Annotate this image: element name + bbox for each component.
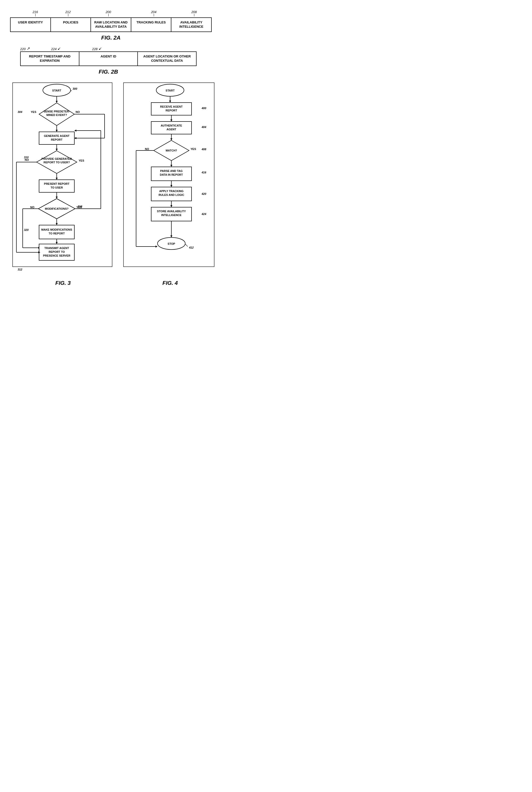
box-report-timestamp: REPORT TIMESTAMP AND EXPIRATION (21, 52, 79, 65)
fig4-apply2: RULES AND LOGIC (158, 193, 184, 196)
fig4-apply1: APPLY TRACKING (159, 190, 184, 193)
fig4-receive1: RECEIVE AGENT (160, 105, 183, 108)
fig4-stop: STOP (168, 242, 175, 245)
fig4-ref408: 408 (201, 148, 206, 151)
fig3-makemod2: TO REPORT (49, 232, 65, 235)
fig3-ref304: 304 (18, 110, 22, 113)
fig4-ref420: 420 (201, 192, 206, 195)
box-raw-location: RAW LOCATION AND AVAILABILITY DATA (91, 18, 131, 32)
ref-204: 204 (151, 10, 156, 14)
fig4-yes1: YES (191, 148, 196, 150)
ref-216: 216 (33, 10, 38, 14)
svg-marker-64 (170, 235, 172, 238)
fig4-ref416: 416 (201, 171, 206, 174)
fig3-makemod1: MAKE MODIFICATIONS (41, 228, 72, 231)
svg-marker-45 (170, 119, 172, 121)
fig3-start: START (52, 89, 61, 92)
fig4-ref400: 400 (201, 107, 206, 110)
svg-marker-58 (170, 185, 172, 187)
svg-marker-24 (74, 130, 76, 132)
ref-228: 228 (92, 47, 97, 51)
fig4-ref412: 412 (189, 246, 193, 249)
fig4-svg: START 400 RECEIVE AGENT REPORT 404 AUTHE… (121, 80, 217, 277)
fig4-auth2: AGENT (167, 128, 176, 131)
fig2a-refs: 216 212 200 204 208 (10, 10, 212, 14)
svg-line-66 (185, 244, 188, 246)
fig4-match: MATCH? (166, 149, 177, 152)
fig2b-boxes: REPORT TIMESTAMP AND EXPIRATION AGENT ID… (20, 52, 196, 66)
fig3-mod-q: MODIFICATIONS? (45, 207, 69, 210)
svg-marker-9 (56, 149, 58, 151)
fig4-flowchart: START 400 RECEIVE AGENT REPORT 404 AUTHE… (121, 80, 217, 286)
fig2a-title: FIG. 2A (10, 35, 212, 41)
box-agent-id: AGENT ID (79, 52, 138, 65)
fig3-present1: PRESENT REPORT (44, 182, 70, 185)
fig3-present2: TO USER (51, 186, 63, 189)
ref-200: 200 (106, 10, 111, 14)
fig2b: 220 ↗ 224 ↙ 228 ↙ REPORT TIMESTAMP AND E… (20, 46, 196, 75)
svg-marker-3 (56, 101, 58, 103)
ref-212: 212 (65, 10, 71, 14)
svg-marker-53 (155, 246, 157, 247)
svg-marker-6 (56, 130, 58, 132)
box-agent-location: AGENT LOCATION OR OTHER CONTEXTUAL DATA (138, 52, 196, 65)
svg-marker-61 (170, 205, 172, 207)
box-user-identity: USER IDENTITY (11, 18, 51, 32)
fig3-yes1: YES (31, 110, 36, 113)
fig3-ref312: 312 (18, 268, 22, 271)
fig3-transmit2: REPORT TO (49, 250, 65, 253)
fig3-transmit1: TRANSMIT AGENT (44, 246, 69, 249)
fig3-title: FIG. 3 (10, 280, 116, 286)
fig3-provide1: PROVIDE GENERATED (42, 157, 72, 160)
fig3-no2: NO (25, 158, 29, 161)
fig3-no3: NO (30, 206, 35, 209)
svg-marker-38 (74, 137, 76, 139)
fig4-store2: INTELLIGENCE (161, 213, 182, 216)
svg-marker-29 (56, 242, 58, 244)
fig4-parse2: DATA IN REPORT (160, 173, 183, 176)
fig3-yes3: YES (76, 206, 82, 209)
fig3-ref320: 320 (24, 228, 29, 231)
svg-marker-26 (56, 223, 58, 225)
box-availability-intel: AVAILABILITY INTELLIGENCE (171, 18, 211, 32)
fig4-store1: STORE AVAILABILITY (157, 210, 186, 213)
fig3-transmit3: PRESENCE SERVER (43, 254, 71, 257)
fig3-ref300: 300 (73, 87, 77, 90)
fig4-start: START (166, 89, 175, 92)
svg-marker-48 (170, 138, 172, 140)
svg-marker-12 (56, 178, 58, 180)
fig3-sense2: MINED EVENT? (46, 113, 67, 116)
svg-marker-15 (56, 196, 58, 199)
fig4-receive2: REPORT (166, 109, 177, 112)
fig3-provide2: REPORT TO USER? (44, 161, 70, 164)
fig3-flowchart: START 300 304 SENSE PREDETER- MINED EVEN… (10, 80, 116, 286)
box-tracking-rules: TRACKING RULES (131, 18, 172, 32)
fig3-gen1: GENERATE AGENT (44, 134, 70, 137)
fig2a: 216 212 200 204 208 USER IDENTITY POLICI… (10, 10, 212, 41)
fig3-yes2: YES (79, 159, 84, 162)
fig3-svg: START 300 304 SENSE PREDETER- MINED EVEN… (10, 80, 116, 277)
fig4-auth1: AUTHENTICATE (161, 124, 182, 127)
fig4-parse1: PARSE AND TAG (160, 169, 183, 172)
fig3-gen2: REPORT (51, 138, 62, 141)
box-policies: POLICIES (51, 18, 91, 32)
flowcharts: START 300 304 SENSE PREDETER- MINED EVEN… (10, 80, 207, 286)
svg-marker-55 (170, 165, 172, 167)
svg-marker-42 (169, 100, 171, 102)
ref-208: 208 (191, 10, 197, 14)
fig4-no1: NO (145, 148, 149, 150)
fig2a-boxes: USER IDENTITY POLICIES RAW LOCATION AND … (10, 17, 212, 32)
fig3-no1: NO (76, 110, 80, 113)
ref-220: 220 (20, 47, 26, 51)
fig4-ref404: 404 (201, 126, 206, 129)
fig3-sense1: SENSE PREDETER- (44, 110, 70, 113)
ref-224: 224 (51, 47, 57, 51)
fig2b-title: FIG. 2B (20, 69, 196, 75)
fig4-title: FIG. 4 (121, 280, 217, 286)
fig4-ref424: 424 (201, 212, 206, 215)
